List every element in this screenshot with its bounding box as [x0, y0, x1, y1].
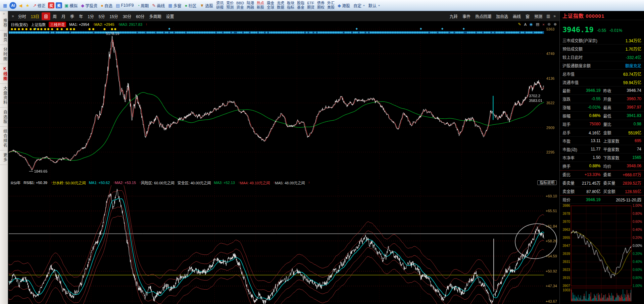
rsi-chart-canvas[interactable] [8, 185, 559, 304]
period-button-9[interactable]: 15分 [107, 12, 120, 20]
toolbar-pair-bottom-button[interactable]: 资金 [236, 5, 244, 10]
toolbar-pair-top-button[interactable]: 撬金 [267, 1, 274, 5]
quote-value: 3946.19 [586, 88, 600, 93]
quote-label: 卖金额 [562, 188, 575, 194]
period-button-12[interactable]: 多周期 [147, 12, 164, 20]
sell-button[interactable]: 卖 [56, 2, 62, 8]
period-button-5[interactable]: 季 [68, 12, 77, 20]
panel-split-icon[interactable]: ▥ [545, 14, 552, 18]
toolbar-button-8[interactable]: ◆学投资 [80, 2, 99, 9]
favorite-star-icon[interactable]: ★ [24, 3, 31, 8]
eye-icon[interactable]: ◉ [530, 22, 533, 26]
toolbar-button-4[interactable]: ↗修正 [32, 2, 47, 9]
quote-cell: 上涨家数695 [602, 138, 643, 144]
collapse-right-icon[interactable]: » [552, 14, 557, 18]
period-button-10[interactable]: 30分 [120, 12, 134, 20]
quote-row-18: 卖金额87.80亿买金额128.55亿 [560, 187, 644, 195]
left-sidebar: »推荐首页分时图K线图大盘资料自选股综合排名更多 [0, 11, 8, 304]
toolbar-pair-bottom-button[interactable]: 基金 [297, 5, 304, 10]
period-tool-button-4[interactable]: 画线 [510, 12, 523, 20]
toolbar-pair-top-button[interactable]: 债券 [317, 1, 325, 5]
sidebar-item-3[interactable]: K线图 [0, 64, 8, 84]
period-button-0[interactable]: 分时 [16, 12, 29, 20]
toolbar-pair-bottom-button[interactable]: 数据 [277, 5, 284, 10]
sidebar-item-4[interactable]: 大盘资料 [0, 84, 8, 108]
toolbar-pair-top-button[interactable]: ETF [307, 1, 314, 5]
sidebar-item-0[interactable]: 推荐 [0, 16, 8, 31]
quote-row-19: 现价3946.192025-11-20,四 [560, 195, 644, 204]
toolbar-button-29[interactable]: 自定▼ [352, 2, 366, 9]
period-tool-button-2[interactable]: 热点回潮 [473, 12, 494, 20]
toolbar-pair-top-button[interactable]: 板块 [287, 1, 294, 5]
period-tool-button-1[interactable]: 事件 [460, 12, 473, 20]
toolbar-pair-bottom-button[interactable]: 新股 [257, 5, 264, 10]
toolbar-button-13[interactable]: ▦多窗 [167, 2, 183, 9]
toolbar-pair-top-button[interactable]: 龙虎 [277, 1, 284, 5]
kline-chart-canvas[interactable] [8, 27, 559, 180]
toolbar-pair-bottom-button[interactable]: 期货 [307, 5, 314, 10]
toolbar-button-15[interactable]: ▼选股 [198, 2, 214, 9]
quote-cell: 卖金额87.80亿 [561, 188, 602, 194]
period-button-2[interactable]: 日 [42, 12, 50, 20]
period-button-3[interactable]: 周 [50, 12, 59, 20]
sidebar-item-1[interactable]: 首页 [0, 31, 8, 45]
close-icon[interactable]: × [542, 22, 544, 26]
toolbar-pair-top-button[interactable]: 资讯 [216, 1, 224, 5]
zoom-out-icon[interactable]: ⊖ [548, 22, 551, 26]
toolbar-pair-bottom-button[interactable]: 研报 [216, 5, 224, 10]
sidebar-item-7[interactable]: 更多 [0, 150, 8, 165]
sidebar-item-2[interactable]: 分时图 [0, 45, 8, 64]
toolbar-pair-top-button[interactable]: 热点 [257, 1, 264, 5]
toolbar-button-14[interactable]: ●社区 [184, 2, 198, 9]
zoom-in-icon[interactable]: ⊕ [554, 22, 557, 26]
period-tool-button-0[interactable]: 九转 [447, 12, 460, 20]
buy-button[interactable]: 买 [48, 2, 54, 8]
quote-row-7: 涨跌-0.55开盘3960.70 [560, 95, 644, 103]
toolbar-pair-top-button[interactable]: 股指 [297, 1, 304, 5]
index-title[interactable]: 上证指数 000001 [562, 12, 604, 19]
back-arrow-icon[interactable]: ◀ [17, 3, 23, 8]
toolbar-button-12[interactable]: ✎画线 [151, 2, 166, 9]
period-tool-button-5[interactable]: 窗 [523, 12, 532, 20]
toolbar-pair-bottom-button[interactable]: 美股 [327, 5, 335, 10]
quote-label: 涨幅 [562, 105, 571, 110]
toolbar-pair-bottom-button[interactable]: 两融 [247, 5, 254, 10]
period-tool-button-3[interactable]: 加自选 [494, 12, 510, 20]
period-button-13[interactable]: 设置 [164, 12, 177, 20]
toolbar-pair-bottom-button[interactable]: 指标 [287, 5, 294, 10]
toolbar-button-9[interactable]: ●自选 [99, 2, 114, 9]
sidebar-item-5[interactable]: 自选股 [0, 108, 8, 127]
toolbar-pair-bottom-button[interactable]: 预测 [226, 5, 234, 10]
indicator-help-button[interactable]: 指标说明 [537, 180, 557, 185]
toolbar-pair-top-button[interactable]: 竞价 [226, 1, 234, 5]
ai-button[interactable]: AI [9, 2, 16, 9]
toolbar-pair-bottom-button[interactable]: 全球 [267, 5, 274, 10]
app-window-icon[interactable]: ▦ [2, 3, 8, 8]
toolbar-button-10[interactable]: ▤F10/F9 [114, 3, 135, 8]
toolbar-button-11[interactable]: ◔周期 [136, 2, 150, 9]
toolbar-button-label: 周期 [141, 3, 149, 8]
collapse-left-icon[interactable]: » [10, 14, 16, 18]
toolbar-button-30[interactable]: 默认▼ [367, 2, 382, 9]
back-arrow-icon: ◀ [19, 3, 22, 8]
toolbar-button-7[interactable]: ▣模拟 [63, 2, 79, 9]
quote-cell: 均价3948.06 [602, 163, 643, 169]
toolbar-pair-top-button[interactable]: BBD [236, 1, 244, 5]
layout-icon[interactable]: ▤ [536, 22, 539, 26]
period-button-1[interactable]: 13日 [29, 12, 42, 20]
sidebar-item-6[interactable]: 综合排名 [0, 127, 8, 150]
toolbar-pair-top-button[interactable]: 陆港 [247, 1, 254, 5]
period-button-11[interactable]: 60分 [134, 12, 147, 20]
text-label-icon[interactable]: A [524, 22, 527, 26]
sidebar-collapse-icon[interactable]: » [3, 11, 5, 16]
period-button-4[interactable]: 月 [59, 12, 68, 20]
intraday-mini-chart[interactable] [560, 204, 644, 304]
period-button-6[interactable]: 年 [77, 12, 85, 20]
period-button-7[interactable]: 1分 [85, 12, 96, 20]
toolbar-button-28[interactable]: ◆港股 [336, 2, 351, 9]
toolbar-pair-top-button[interactable]: 外汇 [327, 1, 335, 5]
toolbar-pair-bottom-button[interactable]: 期权 [317, 5, 325, 10]
period-tool-button-6[interactable]: 预测 [532, 12, 545, 20]
period-button-8[interactable]: 5分 [96, 12, 107, 20]
draw-pencil-icon[interactable]: ✎ [518, 22, 521, 26]
